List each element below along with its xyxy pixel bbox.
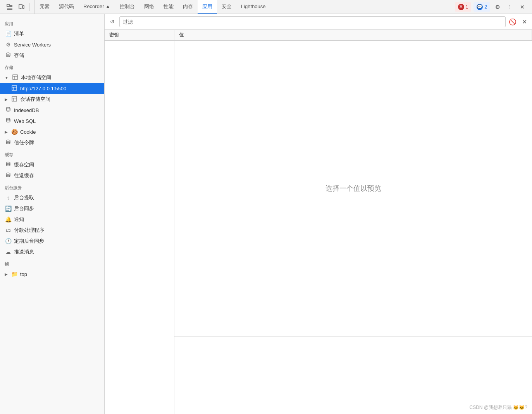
cookie-icon: 🍪 [11, 129, 18, 135]
periodic-sync-icon: 🕐 [5, 238, 12, 244]
storage-label: 存储 [14, 52, 24, 59]
sidebar: 应用 📄 清单 ⚙ Service Workers 存储 存储 ▼ 本地存储空间 [0, 14, 105, 414]
tab-recorder[interactable]: Recorder ▲ [79, 0, 115, 14]
key-column-header: 密钥 [105, 30, 174, 40]
sidebar-item-cookie[interactable]: ▶ 🍪 Cookie [0, 126, 104, 137]
close-button[interactable]: ✕ [517, 2, 527, 12]
delete-button[interactable]: ✕ [520, 17, 529, 26]
cookie-label: Cookie [20, 129, 36, 135]
back-cache-label: 往返缓存 [14, 172, 34, 179]
error-badge[interactable]: ✕ 1 [455, 2, 472, 12]
tab-console[interactable]: 控制台 [115, 0, 139, 14]
payment-handler-icon: 🗂 [5, 227, 12, 233]
main-area: 应用 📄 清单 ⚙ Service Workers 存储 存储 ▼ 本地存储空间 [0, 14, 532, 414]
sidebar-item-frame-top[interactable]: ▶ 📁 top [0, 269, 104, 279]
clear-filter-button[interactable]: 🚫 [508, 17, 517, 26]
tab-security[interactable]: 安全 [217, 0, 236, 14]
storage-icon [5, 52, 12, 59]
notifications-label: 通知 [14, 216, 24, 223]
sidebar-item-trust-tokens[interactable]: 信任令牌 [0, 137, 104, 148]
sidebar-item-background-sync[interactable]: 🔄 后台同步 [0, 203, 104, 214]
tab-elements[interactable]: 元素 [35, 0, 54, 14]
sidebar-item-cache-storage[interactable]: 缓存空间 [0, 159, 104, 170]
tab-performance[interactable]: 性能 [159, 0, 178, 14]
back-cache-icon [5, 172, 12, 179]
table-header: 密钥 值 [105, 30, 532, 41]
message-count: 2 [484, 4, 487, 10]
devtools-toolbar: 元素 源代码 Recorder ▲ 控制台 网络 性能 内存 应用 安全 Lig… [0, 0, 532, 14]
toolbar-divider [29, 3, 30, 11]
frame-top-label: top [20, 271, 27, 277]
tab-memory[interactable]: 内存 [178, 0, 198, 14]
indexeddb-icon [5, 107, 12, 114]
message-badge[interactable]: 💬 2 [473, 2, 490, 12]
svg-point-19 [6, 118, 10, 120]
session-storage-arrow: ▶ [5, 97, 8, 102]
sidebar-item-storage[interactable]: 存储 [0, 50, 104, 61]
session-storage-label: 会话存储空间 [20, 96, 50, 103]
toolbar-tabs: 元素 源代码 Recorder ▲ 控制台 网络 性能 内存 应用 安全 Lig… [35, 0, 452, 14]
section-cache-label: 缓存 [0, 148, 104, 159]
inspect-icon[interactable] [5, 2, 15, 12]
more-button[interactable]: ⋮ [505, 2, 515, 12]
filter-bar: ↺ 🚫 ✕ [105, 14, 532, 30]
sidebar-item-local-storage[interactable]: ▼ 本地存储空间 [0, 72, 104, 83]
svg-rect-6 [23, 5, 24, 9]
sidebar-item-background-fetch[interactable]: ↕ 后台提取 [0, 192, 104, 203]
local-storage-icon [12, 74, 19, 81]
background-sync-label: 后台同步 [14, 205, 34, 212]
svg-rect-0 [7, 4, 9, 7]
sidebar-item-notifications[interactable]: 🔔 通知 [0, 214, 104, 225]
watermark: CSDN @我想养只猫 🐱🐱? [469, 404, 527, 411]
background-fetch-label: 后台提取 [14, 194, 34, 201]
svg-rect-15 [12, 97, 17, 101]
sidebar-item-back-cache[interactable]: 往返缓存 [0, 170, 104, 181]
tab-network[interactable]: 网络 [139, 0, 159, 14]
sidebar-item-payment-handler[interactable]: 🗂 付款处理程序 [0, 225, 104, 236]
websql-label: Web SQL [14, 118, 36, 124]
sidebar-item-local-storage-url[interactable]: http://127.0.0.1:5500 [0, 83, 104, 94]
push-messaging-icon: ☁ [5, 249, 12, 255]
tab-source[interactable]: 源代码 [54, 0, 79, 14]
error-count: 1 [466, 4, 468, 10]
preview-top: 选择一个值以预览 [174, 41, 532, 336]
sidebar-item-manifest[interactable]: 📄 清单 [0, 28, 104, 39]
sidebar-item-session-storage[interactable]: ▶ 会话存储空间 [0, 94, 104, 105]
section-storage-label: 存储 [0, 61, 104, 72]
refresh-button[interactable]: ↺ [108, 17, 117, 26]
sidebar-item-push-messaging[interactable]: ☁ 推送消息 [0, 247, 104, 257]
svg-rect-12 [12, 86, 17, 90]
svg-point-22 [6, 173, 10, 174]
periodic-sync-label: 定期后台同步 [14, 238, 44, 245]
settings-button[interactable]: ⚙ [492, 2, 503, 12]
device-icon[interactable] [16, 2, 26, 12]
sidebar-item-indexeddb[interactable]: IndexedDB [0, 105, 104, 116]
section-frames-label: 帧 [0, 257, 104, 269]
split-pane: 选择一个值以预览 [105, 41, 532, 414]
payment-handler-label: 付款处理程序 [14, 227, 44, 234]
sidebar-item-websql[interactable]: Web SQL [0, 116, 104, 126]
tab-lighthouse[interactable]: Lighthouse [236, 0, 270, 14]
trust-tokens-label: 信任令牌 [14, 139, 34, 146]
svg-point-18 [6, 107, 10, 109]
preview-message: 选择一个值以预览 [325, 184, 381, 193]
cache-storage-label: 缓存空间 [14, 161, 34, 168]
toolbar-icon-group [2, 0, 35, 14]
filter-input[interactable] [119, 16, 506, 27]
section-background-label: 后台服务 [0, 181, 104, 192]
local-storage-url-icon [11, 85, 18, 92]
websql-icon [5, 118, 12, 124]
sidebar-item-periodic-sync[interactable]: 🕐 定期后台同步 [0, 236, 104, 247]
push-messaging-label: 推送消息 [14, 248, 34, 255]
local-storage-label: 本地存储空间 [21, 74, 51, 81]
svg-point-20 [6, 140, 10, 141]
error-icon: ✕ [458, 4, 464, 10]
svg-rect-9 [13, 75, 17, 79]
preview-pane: 选择一个值以预览 [174, 41, 532, 414]
sidebar-item-service-workers[interactable]: ⚙ Service Workers [0, 39, 104, 50]
tab-application[interactable]: 应用 [198, 0, 217, 14]
indexeddb-label: IndexedDB [14, 107, 39, 113]
cache-storage-icon [5, 162, 12, 168]
table-rows [105, 41, 174, 414]
manifest-icon: 📄 [5, 31, 12, 37]
